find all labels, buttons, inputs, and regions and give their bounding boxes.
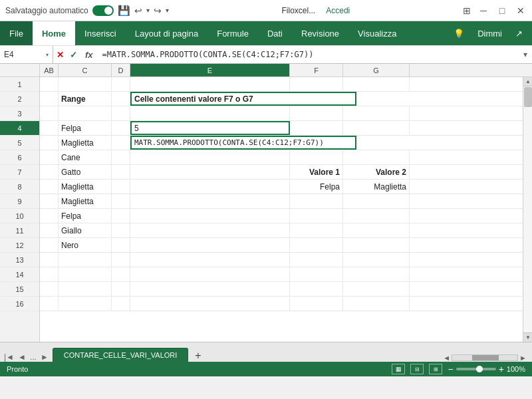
cell-G4[interactable] (343, 121, 410, 135)
tab-dati[interactable]: Dati (258, 21, 292, 45)
cell-AB14[interactable] (40, 267, 59, 281)
scroll-thumb[interactable] (524, 87, 532, 107)
tab-layout[interactable]: Layout di pagina (126, 21, 207, 45)
cell-C11[interactable]: Giallo (59, 223, 112, 237)
row-num-12[interactable]: 12 (0, 238, 39, 253)
tab-revisione[interactable]: Revisione (292, 21, 348, 45)
cell-AB5[interactable] (40, 136, 59, 150)
cell-D14[interactable] (112, 267, 130, 281)
cell-AB7[interactable] (40, 165, 59, 179)
cell-E5[interactable]: MATR.SOMMA.PRODOTTO(CONTA.SE(C4:C12;F7:G… (130, 136, 356, 150)
cell-G10[interactable] (343, 209, 410, 223)
cell-D11[interactable] (112, 223, 130, 237)
close-button[interactable]: ✕ (515, 5, 527, 17)
sheet-tab-active[interactable]: CONTARE_CELLE_VARI_VALORI (53, 348, 189, 362)
cell-E10[interactable] (130, 209, 290, 223)
formula-confirm-btn[interactable]: ✓ (66, 48, 80, 61)
col-header-D[interactable]: D (112, 64, 130, 76)
zoom-out-btn[interactable]: − (448, 364, 453, 374)
cell-G15[interactable] (343, 282, 410, 296)
cell-C9[interactable]: Maglietta (59, 194, 112, 208)
row-num-4[interactable]: 4 (0, 121, 39, 136)
cell-C12[interactable]: Nero (59, 238, 112, 252)
cell-AB15[interactable] (40, 282, 59, 296)
cell-AB13[interactable] (40, 253, 59, 267)
cell-F7[interactable]: Valore 1 (290, 165, 343, 179)
cell-E9[interactable] (130, 194, 290, 208)
cell-D3[interactable] (112, 106, 130, 120)
cell-AB1[interactable] (40, 77, 59, 91)
cell-G14[interactable] (343, 267, 410, 281)
cell-AB2[interactable] (40, 92, 59, 106)
cell-D8[interactable] (112, 180, 130, 194)
cell-D15[interactable] (112, 282, 130, 296)
scroll-track[interactable] (523, 86, 532, 332)
cell-AB10[interactable] (40, 209, 59, 223)
cell-F8[interactable]: Felpa (290, 180, 343, 194)
cell-AB3[interactable] (40, 106, 59, 120)
tab-visualizza[interactable]: Visualizza (348, 21, 406, 45)
cell-E14[interactable] (130, 267, 290, 281)
col-header-F[interactable]: F (290, 64, 343, 76)
cell-E6[interactable] (130, 150, 290, 164)
undo-icon[interactable]: ↩ (134, 5, 142, 16)
cell-F1[interactable] (290, 77, 343, 91)
cell-G7[interactable]: Valore 2 (343, 165, 410, 179)
cell-G12[interactable] (343, 238, 410, 252)
cell-D4[interactable] (112, 121, 130, 135)
cell-AB11[interactable] (40, 223, 59, 237)
cell-F10[interactable] (290, 209, 343, 223)
cell-D7[interactable] (112, 165, 130, 179)
cell-C14[interactable] (59, 267, 112, 281)
cell-C15[interactable] (59, 282, 112, 296)
cell-D10[interactable] (112, 209, 130, 223)
cell-C1[interactable] (59, 77, 112, 91)
cell-E1[interactable] (130, 77, 290, 91)
row-num-6[interactable]: 6 (0, 150, 39, 165)
cell-C7[interactable]: Gatto (59, 165, 112, 179)
page-break-btn[interactable]: ⊞ (429, 364, 442, 374)
minimize-button[interactable]: ─ (477, 5, 489, 17)
cell-AB8[interactable] (40, 180, 59, 194)
cell-G8[interactable]: Maglietta (343, 180, 410, 194)
cell-AB6[interactable] (40, 150, 59, 164)
cell-C3[interactable] (59, 106, 112, 120)
undo-dropdown-icon[interactable]: ▾ (146, 7, 150, 14)
tab-prev[interactable]: ◄ (17, 352, 27, 362)
row-num-7[interactable]: 7 (0, 165, 39, 180)
cell-E4[interactable]: 5 (130, 121, 290, 135)
cell-D6[interactable] (112, 150, 130, 164)
cell-AB16[interactable] (40, 297, 59, 311)
cell-F12[interactable] (290, 238, 343, 252)
cell-D9[interactable] (112, 194, 130, 208)
cell-AB4[interactable] (40, 121, 59, 135)
row-num-14[interactable]: 14 (0, 267, 39, 282)
tab-formule[interactable]: Formule (207, 21, 258, 45)
row-num-8[interactable]: 8 (0, 180, 39, 194)
row-num-5[interactable]: 5 (0, 136, 39, 150)
cell-E2[interactable]: Celle contenenti valore F7 o G7 (130, 92, 356, 106)
formula-expand-btn[interactable]: ▾ (519, 50, 532, 59)
row-num-9[interactable]: 9 (0, 194, 39, 209)
row-num-3[interactable]: 3 (0, 106, 39, 121)
cell-D13[interactable] (112, 253, 130, 267)
cell-G3[interactable] (343, 106, 410, 120)
cell-F13[interactable] (290, 253, 343, 267)
scroll-up-btn[interactable]: ▲ (523, 77, 532, 86)
cell-C4[interactable]: Felpa (59, 121, 112, 135)
cell-G16[interactable] (343, 297, 410, 311)
cell-G9[interactable] (343, 194, 410, 208)
cell-E13[interactable] (130, 253, 290, 267)
row-num-1[interactable]: 1 (0, 77, 39, 92)
cell-F15[interactable] (290, 282, 343, 296)
normal-view-btn[interactable]: ▦ (392, 364, 405, 374)
row-num-11[interactable]: 11 (0, 223, 39, 238)
cell-C5[interactable]: Maglietta (59, 136, 112, 150)
dimmi-label[interactable]: Dimmi (473, 29, 506, 39)
cell-C13[interactable] (59, 253, 112, 267)
cell-E16[interactable] (130, 297, 290, 311)
redo-dropdown-icon[interactable]: ▾ (166, 7, 169, 14)
cell-E8[interactable] (130, 180, 290, 194)
cell-F14[interactable] (290, 267, 343, 281)
row-num-13[interactable]: 13 (0, 253, 39, 267)
